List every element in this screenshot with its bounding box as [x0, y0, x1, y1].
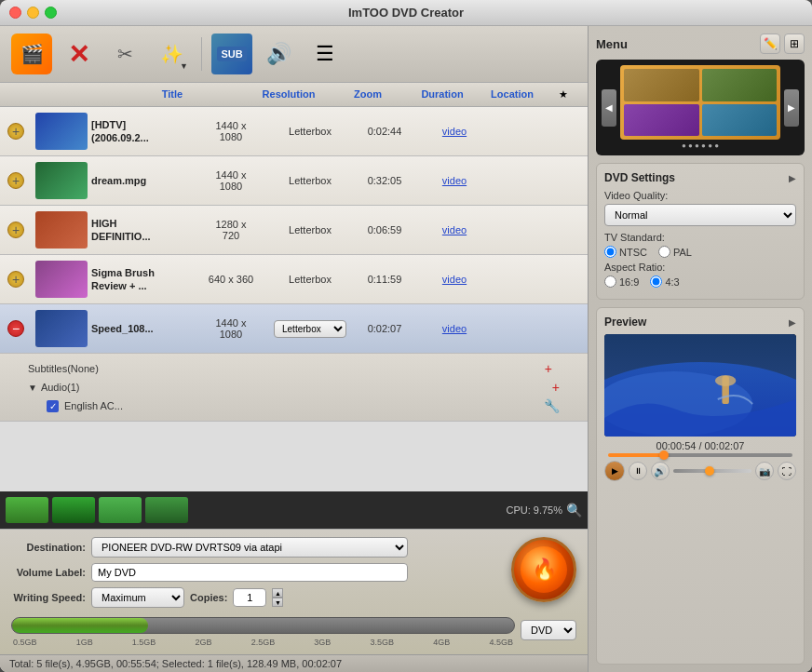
- cpu-display: CPU: 9.75% 🔍: [506, 503, 582, 517]
- menu-prev-button[interactable]: ◀: [602, 89, 616, 127]
- volume-icon[interactable]: 🔊: [651, 462, 670, 480]
- file-zoom: Letterbox: [268, 126, 352, 137]
- add-row-button[interactable]: +: [7, 172, 24, 189]
- file-location: video: [417, 224, 492, 235]
- file-location: video: [417, 175, 492, 186]
- file-location: video: [417, 126, 492, 137]
- add-video-button[interactable]: 🎬: [11, 34, 52, 74]
- progress-area: 0.5GB 1GB 1.5GB 2GB 2.5GB 3GB 3.5GB 4GB …: [11, 613, 576, 647]
- video-quality-select[interactable]: Normal High Low Custom: [604, 204, 796, 226]
- scrub-area: [604, 453, 796, 457]
- play-button[interactable]: ▶: [604, 461, 625, 481]
- row-add-icon[interactable]: +: [0, 271, 32, 288]
- dvd-settings-expand[interactable]: ▶: [789, 173, 796, 183]
- pause-button[interactable]: ⏸: [629, 462, 647, 480]
- fullscreen-button[interactable]: ⛶: [778, 462, 796, 480]
- menu-layout-button[interactable]: ⊞: [784, 34, 805, 54]
- screenshot-button[interactable]: 📷: [755, 462, 774, 480]
- maximize-button[interactable]: [45, 7, 57, 19]
- edit-button[interactable]: ✂: [104, 34, 145, 74]
- file-location: video: [417, 274, 492, 285]
- preview-expand[interactable]: ▶: [789, 317, 796, 328]
- table-row[interactable]: + Sigma BrushReview + ... 640 x 360 Lett…: [0, 255, 588, 304]
- copies-down-button[interactable]: ▼: [272, 598, 283, 607]
- burn-button[interactable]: 🔥: [511, 537, 576, 602]
- speed-row: Writing Speed: Maximum High Normal Copie…: [11, 587, 493, 608]
- scrub-thumb[interactable]: [659, 450, 669, 460]
- dvd-settings: DVD Settings ▶ Video Quality: Normal Hig…: [596, 163, 805, 300]
- col-header-resolution: Resolution: [251, 87, 326, 102]
- add-row-button[interactable]: +: [7, 123, 24, 140]
- destination-select[interactable]: PIONEER DVD-RW DVRTS09 via atapi: [91, 537, 408, 558]
- delete-button[interactable]: ✕: [58, 34, 99, 74]
- file-resolution: 640 x 360: [194, 274, 268, 285]
- tv-standard-group: NTSC PAL: [604, 246, 796, 258]
- row-add-icon[interactable]: +: [0, 172, 32, 189]
- subtitle-button[interactable]: SUB: [211, 34, 252, 74]
- ratio-16-9-radio[interactable]: [604, 276, 616, 288]
- ratio-4-3-label: 4:3: [665, 276, 679, 288]
- copies-up-button[interactable]: ▲: [272, 588, 283, 598]
- row-remove-icon[interactable]: −: [0, 320, 32, 337]
- col-header-location: Location: [475, 87, 549, 102]
- zoom-dropdown[interactable]: Letterbox Pan&Scan Full: [274, 320, 346, 338]
- preview-video: [604, 334, 796, 437]
- audio-button[interactable]: 🔊: [258, 34, 299, 74]
- ntsc-option[interactable]: NTSC: [604, 246, 647, 258]
- file-duration: 0:06:59: [352, 224, 417, 235]
- ntsc-radio[interactable]: [604, 246, 616, 258]
- destination-label: Destination:: [11, 542, 86, 553]
- add-audio-button[interactable]: +: [552, 380, 560, 395]
- ratio-4-3-option[interactable]: 4:3: [650, 276, 679, 288]
- table-row[interactable]: + HIGHDEFINITIO... 1280 x720 Letterbox 0…: [0, 206, 588, 255]
- audio-settings-button[interactable]: 🔧: [544, 398, 560, 413]
- effects-button[interactable]: ✨ ▼: [151, 34, 192, 74]
- pal-option[interactable]: PAL: [658, 246, 692, 258]
- volume-input[interactable]: [91, 563, 408, 582]
- add-row-button[interactable]: +: [7, 271, 24, 288]
- waveform-segment: [52, 497, 95, 523]
- preview-video-frame: [604, 334, 796, 437]
- speed-select[interactable]: Maximum High Normal: [91, 587, 184, 608]
- speed-label: Writing Speed:: [11, 592, 86, 603]
- minimize-button[interactable]: [27, 7, 39, 19]
- file-duration: 0:11:59: [352, 274, 417, 285]
- file-zoom-select[interactable]: Letterbox Pan&Scan Full: [268, 320, 352, 338]
- video-thumbnail: [35, 113, 88, 150]
- menu-next-button[interactable]: ▶: [784, 89, 799, 127]
- volume-thumb[interactable]: [705, 466, 714, 476]
- file-title: Sigma BrushReview + ...: [91, 266, 194, 293]
- expand-triangle[interactable]: ▼: [28, 383, 37, 393]
- preview-header: Preview ▶: [604, 316, 796, 329]
- volume-slider[interactable]: [673, 469, 751, 473]
- menu-edit-button[interactable]: ✏️: [760, 34, 780, 54]
- video-thumbnail: [35, 261, 88, 298]
- table-row[interactable]: + [HDTV](2006.09.2... 1440 x1080 Letterb…: [0, 107, 588, 156]
- copies-input[interactable]: [233, 588, 266, 607]
- close-button[interactable]: [9, 7, 21, 19]
- file-zoom: Letterbox: [268, 224, 352, 235]
- scrub-slider[interactable]: [608, 453, 792, 457]
- file-title: [HDTV](2006.09.2...: [91, 118, 194, 145]
- titlebar: ImTOO DVD Creator: [0, 0, 812, 26]
- add-row-button[interactable]: +: [7, 222, 24, 238]
- file-resolution: 1280 x720: [194, 219, 268, 241]
- menu-dots: ● ● ● ● ● ●: [620, 141, 780, 150]
- video-thumbnail: [35, 211, 88, 249]
- table-row[interactable]: + dream.mpg 1440 x1080 Letterbox 0:32:05…: [0, 156, 588, 206]
- add-subtitle-button[interactable]: +: [545, 361, 552, 376]
- subtitles-row: Subtitles(None) +: [28, 359, 560, 378]
- file-duration: 0:02:44: [352, 126, 417, 137]
- pal-radio[interactable]: [658, 246, 670, 258]
- copies-label: Copies:: [190, 592, 227, 603]
- remove-row-button[interactable]: −: [7, 320, 24, 337]
- file-list-header: Title Resolution Zoom Duration Location …: [0, 83, 588, 107]
- row-add-icon[interactable]: +: [0, 123, 32, 140]
- table-row[interactable]: − Speed_108... 1440 x1080 Letterbox Pan&…: [0, 304, 588, 354]
- menu-button[interactable]: ☰: [304, 34, 345, 74]
- ratio-4-3-radio[interactable]: [650, 276, 662, 288]
- format-select[interactable]: DVD Blu-ray: [521, 620, 576, 640]
- audio-checkbox[interactable]: ✓: [47, 400, 59, 412]
- row-add-icon[interactable]: +: [0, 222, 32, 238]
- ratio-16-9-option[interactable]: 16:9: [604, 276, 639, 288]
